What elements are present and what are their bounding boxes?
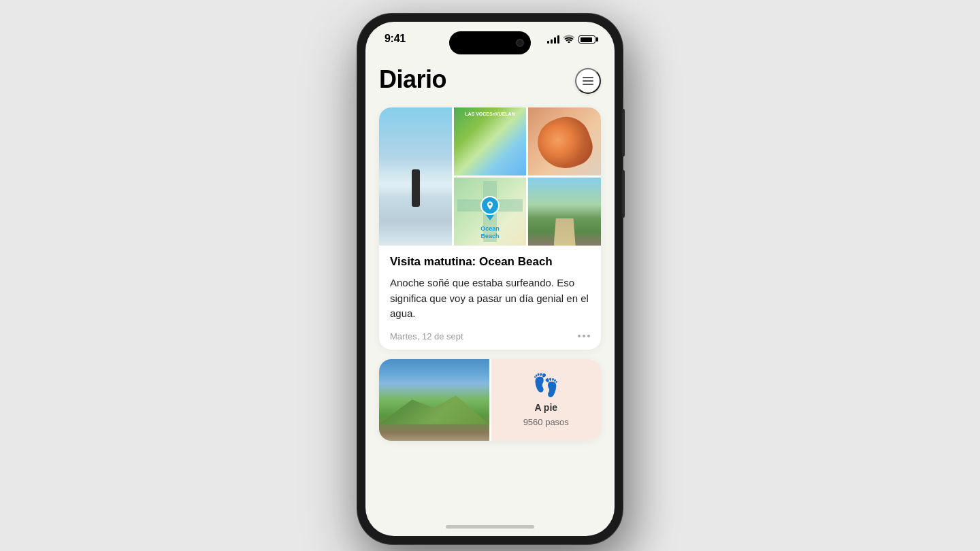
status-icons: [547, 34, 595, 45]
movie-image: [454, 107, 527, 176]
photo-beach: [379, 107, 452, 246]
map-pin: [480, 196, 500, 220]
steps-card: 👣 A pie 9560 pasos: [491, 359, 602, 441]
entry-date: Martes, 12 de sept: [390, 331, 463, 341]
photo-movie: [454, 107, 527, 176]
path-image: [528, 178, 601, 246]
photo-mountain: [379, 359, 489, 441]
entry-card[interactable]: Ocean Beach Visita matutina: Ocean Beach…: [379, 107, 601, 350]
photo-map: Ocean Beach: [454, 178, 527, 246]
steps-icon: 👣: [532, 372, 559, 398]
entry-more-button[interactable]: [578, 335, 590, 337]
entry-text: Anoche soñé que estaba surfeando. Eso si…: [390, 276, 590, 322]
app-title: Diario: [379, 65, 446, 94]
shell-image: [528, 107, 601, 176]
app-content: Diario: [365, 59, 615, 517]
entry-body: Visita matutina: Ocean Beach Anoche soñé…: [379, 246, 601, 350]
svg-point-0: [489, 203, 491, 206]
map-pin-circle: [480, 196, 500, 215]
steps-label: A pie: [534, 402, 557, 413]
map-location-label: Ocean Beach: [480, 225, 500, 240]
dot-3: [587, 335, 590, 337]
menu-line-3: [583, 84, 593, 85]
entry-title: Visita matutina: Ocean Beach: [390, 255, 590, 269]
wifi-icon: [564, 34, 574, 45]
home-bar: [446, 525, 534, 529]
entry-footer: Martes, 12 de sept: [390, 331, 590, 341]
map-pin-tail: [486, 215, 494, 220]
signal-icon: [547, 35, 559, 44]
menu-button[interactable]: [575, 68, 601, 94]
dot-1: [578, 335, 581, 337]
dynamic-island: [449, 31, 531, 54]
menu-line-2: [583, 80, 593, 82]
menu-line-1: [583, 77, 593, 78]
dot-2: [583, 335, 585, 337]
photo-shell: [528, 107, 601, 176]
map-image: Ocean Beach: [454, 178, 527, 246]
steps-count: 9560 pasos: [523, 417, 569, 427]
second-entry-card[interactable]: 👣 A pie 9560 pasos: [379, 359, 601, 441]
photo-grid: Ocean Beach: [379, 107, 601, 246]
beach-image: [379, 107, 452, 246]
app-header: Diario: [379, 59, 601, 107]
phone-device: 9:41: [357, 14, 623, 544]
camera-dot: [516, 39, 524, 47]
battery-icon: [578, 35, 595, 44]
home-indicator: [365, 517, 615, 536]
status-time: 9:41: [385, 33, 406, 45]
phone-screen: 9:41: [365, 22, 615, 536]
photo-path: [528, 178, 601, 246]
battery-fill: [581, 37, 592, 42]
